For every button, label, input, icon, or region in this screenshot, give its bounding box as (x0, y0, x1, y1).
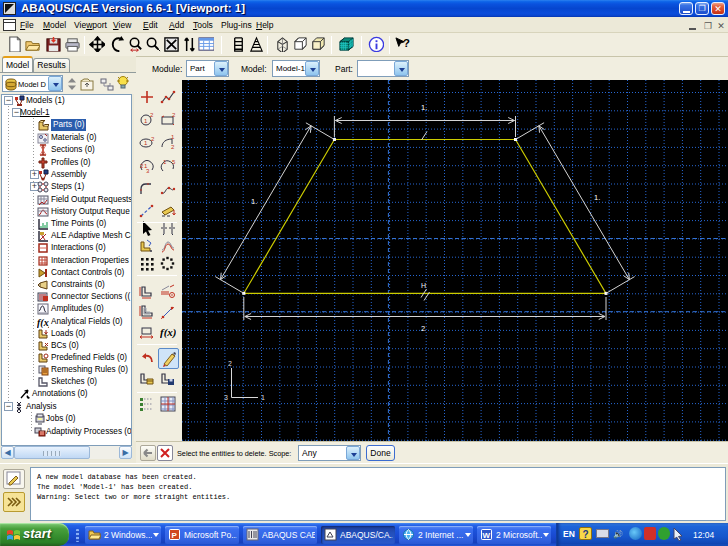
svg-text:H: H (421, 282, 426, 289)
svg-text:P: P (172, 531, 178, 540)
svg-text:1: 1 (144, 118, 148, 124)
svg-text:1.: 1. (594, 193, 600, 202)
svg-text:f(x): f(x) (160, 326, 176, 339)
svg-text:1: 1 (261, 394, 265, 401)
svg-text:2: 2 (150, 112, 154, 118)
svg-text:W: W (483, 531, 491, 540)
svg-text:1: 1 (144, 140, 148, 146)
svg-text:2: 2 (228, 360, 232, 367)
svg-text:?: ? (403, 37, 410, 49)
svg-text:f(x): f(x) (37, 317, 49, 328)
svg-text:2: 2 (171, 144, 175, 150)
svg-text:2: 2 (421, 324, 425, 333)
svg-text:1: 1 (171, 135, 175, 140)
svg-text:3: 3 (224, 394, 228, 401)
svg-text:2: 2 (151, 136, 155, 142)
svg-text:1.: 1. (251, 197, 257, 206)
svg-text:5: 5 (172, 159, 176, 165)
svg-text:2: 2 (172, 112, 176, 118)
svg-text:1: 1 (163, 159, 167, 165)
svg-text:3: 3 (146, 168, 150, 174)
svg-text:1.: 1. (421, 103, 427, 112)
